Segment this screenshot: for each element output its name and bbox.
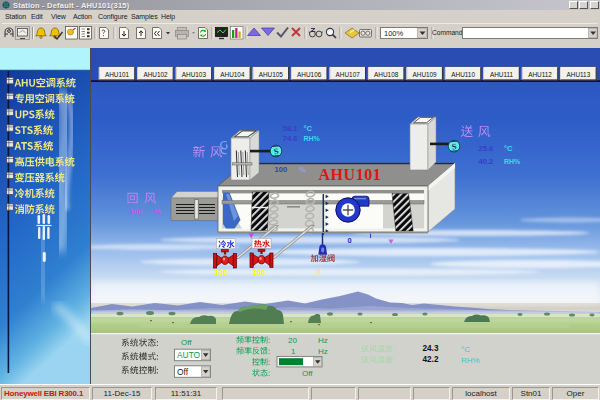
svg-text:1: 1 <box>291 347 296 356</box>
svg-text:20: 20 <box>288 336 297 345</box>
svg-text:100%: 100% <box>384 29 404 38</box>
svg-text:Command: Command <box>432 29 463 36</box>
svg-text:0: 0 <box>317 267 321 276</box>
svg-text:AHU101: AHU101 <box>319 166 382 183</box>
svg-text:RH%: RH% <box>461 356 480 365</box>
svg-text:0: 0 <box>348 236 352 245</box>
svg-text:AHU103: AHU103 <box>182 71 207 78</box>
svg-text:Off: Off <box>302 369 313 378</box>
svg-text:AHU110: AHU110 <box>451 71 475 78</box>
svg-text:24.3: 24.3 <box>423 344 439 353</box>
svg-text:AHU104: AHU104 <box>220 71 245 78</box>
svg-text:AHU111: AHU111 <box>490 71 514 78</box>
svg-text:Off: Off <box>181 338 192 347</box>
svg-text:25.6: 25.6 <box>479 144 494 153</box>
svg-text:AUTO: AUTO <box>177 350 201 360</box>
svg-text:AHU107: AHU107 <box>336 71 361 78</box>
svg-text:100: 100 <box>275 165 288 174</box>
svg-text:100: 100 <box>253 268 266 277</box>
svg-text:Off: Off <box>177 367 189 377</box>
svg-text:42.2: 42.2 <box>423 355 439 364</box>
svg-text:74.6: 74.6 <box>283 134 298 143</box>
svg-text:40.2: 40.2 <box>479 157 494 166</box>
svg-text:AHU113: AHU113 <box>567 71 591 78</box>
svg-text:°C: °C <box>461 345 470 354</box>
svg-text:Hz: Hz <box>318 347 328 356</box>
svg-text:%: % <box>299 165 306 174</box>
svg-text:AHU109: AHU109 <box>413 71 438 78</box>
svg-text:AHU106: AHU106 <box>297 71 322 78</box>
svg-text:100: 100 <box>215 268 228 277</box>
svg-text:°C: °C <box>304 124 313 133</box>
svg-text:100: 100 <box>130 207 143 216</box>
svg-text:AHU102: AHU102 <box>143 71 168 78</box>
svg-text:%: % <box>154 207 161 216</box>
svg-text:°C: °C <box>504 144 513 153</box>
svg-text:58.1: 58.1 <box>283 124 299 133</box>
svg-text:RH%: RH% <box>504 158 521 165</box>
svg-text:AHU112: AHU112 <box>528 71 552 78</box>
svg-text:Hz: Hz <box>318 336 328 345</box>
svg-text:AHU105: AHU105 <box>259 71 284 78</box>
svg-text:AHU101: AHU101 <box>105 71 130 78</box>
svg-text:AHU108: AHU108 <box>374 71 399 78</box>
svg-text:RH%: RH% <box>304 135 321 142</box>
